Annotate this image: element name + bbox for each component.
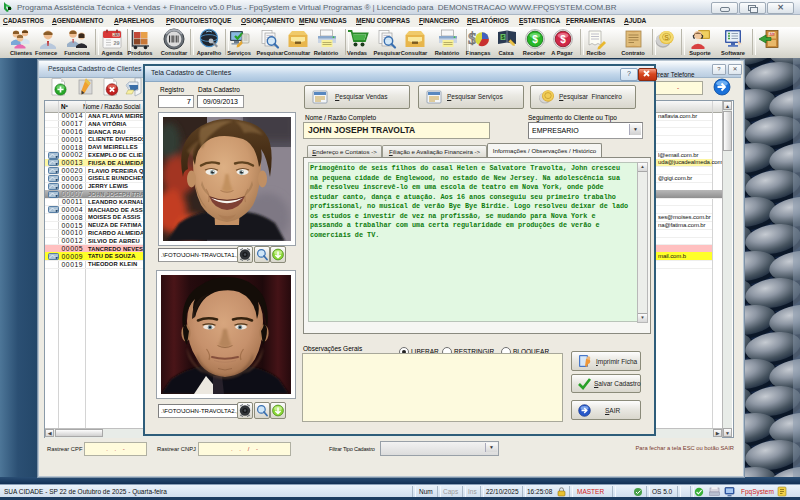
svg-text:$: $	[501, 34, 504, 40]
svg-text:EXIT: EXIT	[769, 32, 775, 36]
svg-text:$: $	[532, 34, 538, 45]
svg-text:29: 29	[113, 40, 119, 46]
svg-text:JAN: JAN	[113, 33, 119, 37]
svg-text:S: S	[664, 34, 669, 41]
svg-text:$: $	[560, 34, 566, 45]
